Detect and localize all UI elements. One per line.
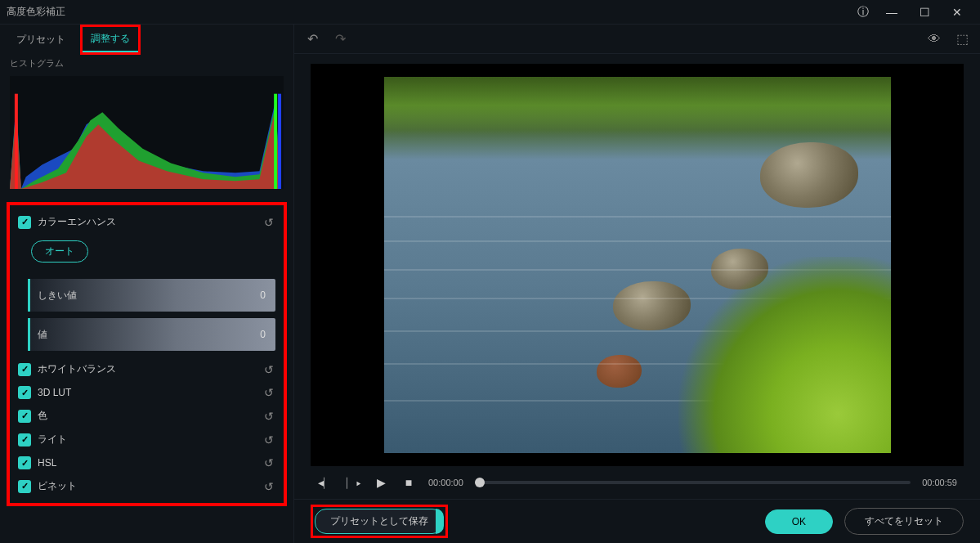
checkbox-color-enhance[interactable]: ✓ (18, 216, 31, 229)
checkbox-light[interactable]: ✓ (18, 433, 31, 447)
tab-preset[interactable]: プリセット (8, 28, 74, 52)
checkbox-hsl[interactable]: ✓ (18, 456, 31, 469)
auto-button[interactable]: オート (31, 240, 88, 263)
section-color-enhance[interactable]: ✓ カラーエンハンス ↺ (15, 210, 279, 234)
reset-icon[interactable]: ↺ (262, 216, 275, 229)
preview-toolbar: ↶ ↷ 👁 ⬚ (294, 25, 980, 54)
tab-adjust[interactable]: 調整する (83, 27, 138, 52)
svg-rect-4 (274, 94, 277, 189)
section-hsl[interactable]: ✓ HSL ↺ (15, 451, 279, 474)
reset-icon[interactable]: ↺ (262, 410, 275, 423)
side-tabs: プリセット 調整する (0, 25, 293, 54)
next-frame-icon[interactable]: ⎸▸ (345, 476, 361, 490)
histogram (0, 73, 293, 195)
section-3d-lut[interactable]: ✓ 3D LUT ↺ (15, 381, 279, 404)
highlight-adjust-panel: ✓ カラーエンハンス ↺ オート しきい値 0 値 0 ✓ ホワイトバランス ↺ (7, 202, 287, 506)
svg-rect-3 (15, 94, 18, 189)
play-icon[interactable]: ▶ (373, 476, 389, 489)
minimize-button[interactable]: — (875, 0, 908, 25)
highlight-adjust-tab: 調整する (80, 25, 141, 55)
reset-icon[interactable]: ↺ (262, 456, 275, 469)
compare-icon[interactable]: ⬚ (954, 31, 970, 47)
undo-icon[interactable]: ↶ (304, 31, 320, 47)
section-white-balance[interactable]: ✓ ホワイトバランス ↺ (15, 357, 279, 381)
section-light[interactable]: ✓ ライト ↺ (15, 428, 279, 451)
checkbox-vignette[interactable]: ✓ (18, 480, 31, 493)
slider-threshold[interactable]: しきい値 0 (28, 279, 275, 312)
reset-all-button[interactable]: すべてをリセット (844, 508, 964, 535)
reset-icon[interactable]: ↺ (262, 363, 275, 376)
slider-value[interactable]: 値 0 (28, 318, 275, 351)
time-current: 00:00:00 (428, 478, 463, 487)
checkbox-white-balance[interactable]: ✓ (18, 363, 31, 376)
help-icon[interactable]: ⓘ (851, 5, 875, 20)
prev-frame-icon[interactable]: ◂⎸ (317, 476, 333, 490)
ok-button[interactable]: OK (765, 509, 833, 534)
svg-rect-5 (278, 94, 281, 189)
highlight-save-preset: プリセットとして保存 (311, 505, 448, 538)
eye-icon[interactable]: 👁 (926, 32, 942, 47)
stop-icon[interactable]: ■ (401, 476, 417, 489)
close-button[interactable]: ✕ (941, 0, 973, 25)
section-color[interactable]: ✓ 色 ↺ (15, 404, 279, 428)
checkbox-color[interactable]: ✓ (18, 410, 31, 423)
save-preset-button[interactable]: プリセットとして保存 (315, 509, 444, 534)
video-preview (311, 64, 964, 466)
scrubber[interactable] (475, 481, 911, 484)
time-duration: 00:00:59 (922, 478, 957, 487)
maximize-button[interactable]: ☐ (908, 0, 941, 25)
section-vignette[interactable]: ✓ ビネット ↺ (15, 474, 279, 498)
titlebar: 高度色彩補正 ⓘ — ☐ ✕ (0, 0, 980, 25)
checkbox-3d-lut[interactable]: ✓ (18, 386, 31, 399)
footer: プリセットとして保存 OK すべてをリセット (294, 499, 980, 543)
scrubber-handle[interactable] (475, 478, 485, 487)
window-title: 高度色彩補正 (7, 5, 65, 19)
reset-icon[interactable]: ↺ (262, 433, 275, 447)
reset-icon[interactable]: ↺ (262, 386, 275, 399)
reset-icon[interactable]: ↺ (262, 480, 275, 493)
redo-icon[interactable]: ↷ (332, 31, 348, 47)
transport-bar: ◂⎸ ⎸▸ ▶ ■ 00:00:00 00:00:59 (311, 466, 964, 499)
histogram-label: ヒストグラム (0, 54, 293, 73)
